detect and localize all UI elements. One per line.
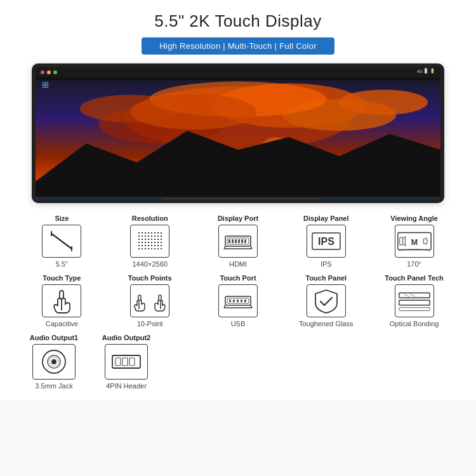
svg-rect-38: [148, 239, 149, 240]
spec-viewing-angle-label: Viewing Angle: [390, 215, 438, 222]
svg-rect-57: [157, 245, 159, 246]
svg-rect-37: [145, 239, 146, 240]
svg-rect-34: [161, 235, 162, 237]
svg-rect-69: [228, 239, 230, 243]
svg-point-6: [340, 89, 428, 115]
spec-viewing-angle: Viewing Angle M 170°: [371, 215, 457, 268]
specs-row-3: Audio Output1 3.5mm Jack Audio Output2: [19, 334, 457, 390]
svg-rect-51: [138, 245, 140, 246]
svg-rect-81: [399, 237, 402, 245]
spec-display-panel-value: IPS: [321, 260, 332, 268]
svg-rect-19: [138, 232, 140, 234]
spec-touch-panel-tech: Touch Panel Tech Optical Bonding: [371, 274, 457, 327]
svg-rect-21: [145, 232, 146, 234]
svg-rect-52: [142, 245, 143, 246]
svg-rect-27: [138, 235, 140, 237]
svg-rect-103: [116, 358, 121, 366]
spec-resolution-label: Resolution: [132, 215, 168, 222]
svg-rect-86: [233, 300, 235, 302]
svg-rect-89: [244, 300, 246, 302]
spec-display-panel-label: Display Panel: [303, 215, 349, 222]
svg-rect-56: [154, 245, 155, 246]
svg-rect-102: [112, 355, 140, 368]
spec-audio-1-icon: [32, 344, 76, 380]
spec-touch-type-label: Touch Type: [43, 274, 81, 282]
spec-audio-2-label: Audio Output2: [102, 334, 150, 341]
spec-touch-type-value: Capacitive: [46, 320, 78, 327]
svg-rect-72: [238, 239, 240, 243]
spec-display-panel: Display Panel IPS IPS: [283, 215, 369, 268]
spec-size-label: Size: [55, 215, 69, 222]
svg-rect-61: [145, 248, 146, 249]
svg-line-96: [404, 294, 409, 296]
svg-rect-30: [148, 235, 149, 237]
spec-audio-1: Audio Output1 3.5mm Jack: [19, 334, 89, 390]
svg-rect-39: [151, 239, 152, 240]
svg-line-97: [410, 294, 415, 296]
spec-touch-port-value: USB: [231, 320, 246, 327]
svg-text:M: M: [411, 238, 417, 247]
svg-rect-66: [161, 248, 162, 249]
spec-resolution-icon: [130, 225, 169, 258]
spec-audio-2-value: 4PIN Header: [106, 382, 147, 390]
svg-rect-93: [399, 293, 429, 298]
svg-rect-58: [161, 245, 162, 246]
feature-badge: High Resolution | Multi-Touch | Full Col…: [142, 37, 334, 55]
svg-rect-50: [161, 242, 162, 243]
main-title: 5.5" 2K Touch Display: [19, 11, 457, 31]
svg-rect-85: [229, 300, 231, 302]
spec-display-port: Display Port: [195, 215, 281, 268]
specs-row-1: Size 5.5" Resolution: [19, 215, 457, 268]
svg-rect-105: [129, 358, 135, 366]
svg-rect-59: [138, 248, 140, 249]
svg-rect-87: [237, 300, 239, 302]
spec-size-icon: [42, 225, 81, 258]
svg-rect-25: [157, 232, 159, 234]
svg-rect-32: [154, 235, 155, 237]
spec-size: Size 5.5": [19, 215, 105, 268]
spec-size-value: 5.5": [56, 260, 68, 268]
svg-rect-45: [145, 242, 146, 243]
svg-rect-65: [157, 248, 159, 249]
spec-touch-points-label: Touch Points: [128, 274, 172, 282]
svg-rect-94: [399, 300, 429, 305]
svg-rect-62: [148, 248, 149, 249]
svg-rect-47: [151, 242, 152, 243]
svg-rect-55: [151, 245, 152, 246]
spec-display-port-label: Display Port: [218, 215, 258, 222]
spec-touch-type: Touch Type Capacitive: [19, 274, 105, 327]
svg-rect-29: [145, 235, 146, 237]
spec-audio-1-value: 3.5mm Jack: [35, 382, 72, 390]
spec-touch-panel-tech-value: Optical Bonding: [390, 320, 439, 327]
spec-touch-points: Touch Points 10-Point: [107, 274, 193, 327]
svg-rect-60: [142, 248, 143, 249]
spec-touch-points-icon: [130, 284, 169, 317]
svg-rect-104: [122, 358, 128, 366]
spec-touch-panel-label: Touch Panel: [305, 274, 347, 282]
svg-line-16: [51, 234, 72, 249]
spec-touch-port: Touch Port: [195, 274, 281, 327]
svg-rect-43: [138, 242, 140, 243]
spec-audio-2-icon: [105, 344, 148, 380]
svg-rect-42: [161, 239, 162, 240]
spec-touch-panel-tech-icon: [395, 284, 434, 317]
page-container: 5.5" 2K Touch Display High Resolution | …: [0, 0, 476, 400]
spec-display-panel-icon: IPS: [307, 225, 346, 258]
spec-viewing-angle-icon: M: [395, 225, 434, 258]
svg-rect-53: [145, 245, 146, 246]
svg-rect-33: [157, 235, 159, 237]
svg-rect-23: [151, 232, 152, 234]
svg-point-100: [51, 359, 56, 364]
spec-touch-port-icon: [218, 284, 258, 317]
spec-display-port-icon: [218, 225, 258, 258]
spec-touch-port-label: Touch Port: [220, 274, 256, 282]
svg-rect-64: [154, 248, 155, 249]
svg-rect-63: [151, 248, 152, 249]
svg-rect-73: [241, 239, 243, 243]
spec-resolution: Resolution 1440×2560: [107, 215, 193, 268]
svg-rect-22: [148, 232, 149, 234]
spec-resolution-value: 1440×2560: [133, 260, 168, 268]
svg-rect-24: [154, 232, 155, 234]
spec-touch-panel-icon: [307, 284, 346, 317]
svg-rect-40: [154, 239, 155, 240]
